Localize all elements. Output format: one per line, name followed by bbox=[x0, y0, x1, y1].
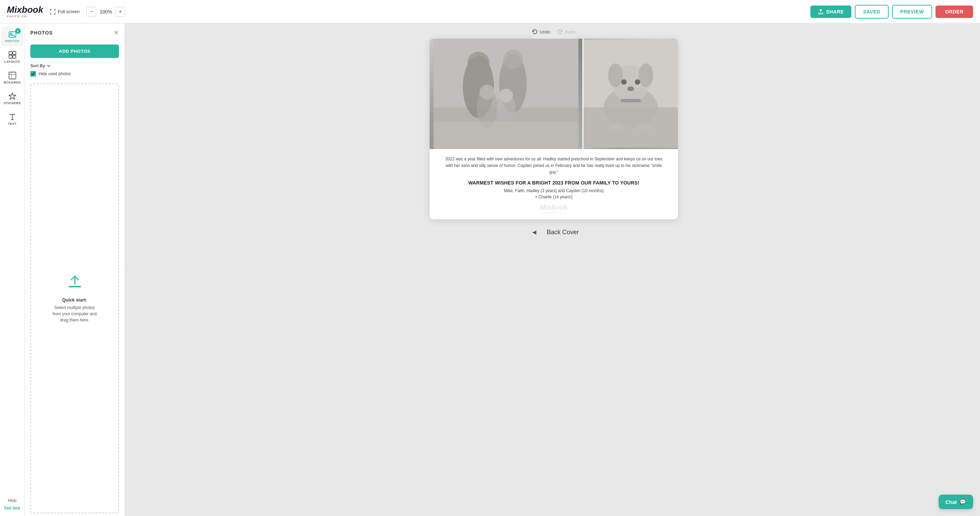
svg-rect-19 bbox=[433, 121, 578, 149]
sidebar-item-bckgrds[interactable]: BCKGRDS bbox=[2, 68, 24, 88]
svg-point-16 bbox=[479, 84, 495, 100]
panel-close-button[interactable]: ✕ bbox=[114, 29, 119, 37]
panel-title: PHOTOS bbox=[30, 30, 53, 35]
preview-button[interactable]: PREVIEW bbox=[892, 5, 932, 19]
upload-area[interactable]: Quick start: Select multiple photosfrom … bbox=[30, 83, 119, 513]
header-right: SHARE SAVED PREVIEW ORDER bbox=[810, 5, 973, 19]
chat-icon: 💬 bbox=[960, 499, 966, 505]
svg-point-30 bbox=[609, 123, 625, 132]
logo-subtitle: PHOTO CO. bbox=[7, 15, 43, 18]
zoom-decrease-button[interactable]: − bbox=[87, 7, 96, 17]
card-logo-sub: PHOTO CO. bbox=[444, 212, 664, 214]
hide-used-checkbox[interactable] bbox=[30, 71, 36, 76]
card-names: Mike, Faith, Hadley (3 years) and Cayden… bbox=[444, 188, 664, 193]
svg-point-18 bbox=[499, 89, 513, 102]
svg-point-26 bbox=[621, 79, 627, 85]
hide-used-row: Hide used photos bbox=[25, 71, 124, 81]
upload-description: Select multiple photosfrom your computer… bbox=[53, 304, 97, 323]
prev-page-button[interactable]: ◄ bbox=[529, 226, 540, 238]
upload-icon bbox=[67, 274, 83, 293]
svg-rect-5 bbox=[13, 55, 16, 58]
zoom-value: 100% bbox=[99, 9, 113, 14]
canvas-toolbar: Undo Redo bbox=[532, 24, 576, 39]
card-headline: WARMEST WISHES FOR A BRIGHT 2023 FROM OU… bbox=[444, 180, 664, 186]
add-photos-button[interactable]: ADD PHOTOS bbox=[30, 45, 119, 58]
photos-badge: 2 bbox=[15, 28, 21, 34]
svg-marker-7 bbox=[9, 93, 16, 99]
svg-rect-4 bbox=[9, 55, 12, 58]
greeting-card[interactable]: 2022 was a year filled with new adventur… bbox=[430, 39, 678, 219]
undo-icon bbox=[532, 29, 538, 35]
page-label: Back Cover bbox=[547, 229, 579, 236]
photos-label: PHOTOS bbox=[5, 39, 19, 43]
panel-header: PHOTOS ✕ bbox=[25, 24, 124, 40]
saved-button[interactable]: SAVED bbox=[855, 5, 889, 19]
svg-rect-6 bbox=[9, 72, 16, 79]
svg-point-28 bbox=[627, 86, 634, 91]
dog-photo bbox=[584, 39, 678, 149]
canvas-area: Undo Redo bbox=[127, 24, 980, 516]
svg-point-27 bbox=[635, 79, 640, 85]
card-text: 2022 was a year filled with new adventur… bbox=[430, 149, 678, 219]
redo-icon bbox=[557, 29, 563, 35]
stickers-icon bbox=[9, 92, 16, 100]
bckgrds-label: BCKGRDS bbox=[4, 81, 21, 84]
header: Mixbook PHOTO CO. Full screen − 100% + S… bbox=[0, 0, 980, 24]
upload-title: Quick start: bbox=[62, 297, 87, 303]
bckgrds-icon bbox=[9, 72, 16, 79]
sort-row: Sort By bbox=[25, 62, 124, 71]
logo: Mixbook PHOTO CO. bbox=[7, 5, 43, 18]
sidebar-item-layouts[interactable]: LAYOUTS bbox=[2, 48, 24, 67]
layouts-icon bbox=[9, 51, 16, 59]
svg-rect-8 bbox=[68, 286, 81, 287]
share-icon bbox=[818, 9, 823, 14]
undo-label: Undo bbox=[540, 29, 550, 35]
icon-nav: 2 PHOTOS LAYOUTS BCKGRDS bbox=[0, 24, 25, 516]
chevron-down-icon bbox=[46, 64, 51, 68]
svg-point-12 bbox=[467, 52, 489, 74]
photos-panel: PHOTOS ✕ ADD PHOTOS Sort By Hide used ph… bbox=[25, 24, 125, 516]
card-photos bbox=[430, 39, 678, 149]
fullscreen-label: Full screen bbox=[57, 9, 80, 14]
svg-rect-3 bbox=[13, 51, 16, 54]
zoom-increase-button[interactable]: + bbox=[116, 7, 125, 17]
tour-link[interactable]: See tour bbox=[4, 506, 20, 510]
nav-bottom: Help See tour bbox=[4, 498, 20, 516]
share-button[interactable]: SHARE bbox=[810, 6, 852, 18]
svg-point-14 bbox=[503, 50, 522, 69]
fullscreen-icon bbox=[50, 9, 56, 14]
card-photo-right bbox=[582, 39, 678, 149]
layouts-label: LAYOUTS bbox=[5, 60, 20, 64]
page-nav: ◄ Back Cover bbox=[529, 226, 579, 245]
header-left: Mixbook PHOTO CO. Full screen − 100% + bbox=[7, 5, 125, 18]
hide-used-label[interactable]: Hide used photos bbox=[39, 72, 71, 76]
help-link[interactable]: Help bbox=[8, 498, 17, 503]
svg-point-25 bbox=[638, 64, 653, 87]
svg-point-31 bbox=[636, 123, 653, 132]
sidebar-item-stickers[interactable]: STICKERS bbox=[2, 89, 24, 108]
card-charlie: + Charlie (14 years!) bbox=[444, 194, 664, 199]
sidebar-item-photos[interactable]: 2 PHOTOS bbox=[2, 27, 24, 46]
logo-name: Mixbook bbox=[7, 5, 43, 14]
share-label: SHARE bbox=[826, 9, 844, 14]
svg-rect-29 bbox=[621, 99, 641, 102]
text-icon bbox=[9, 113, 16, 121]
chat-label: Chat bbox=[945, 499, 957, 505]
family-photo bbox=[430, 39, 582, 149]
chat-button[interactable]: Chat 💬 bbox=[939, 495, 973, 509]
redo-label: Redo bbox=[565, 29, 576, 35]
fullscreen-button[interactable]: Full screen bbox=[50, 9, 80, 14]
undo-button[interactable]: Undo bbox=[532, 29, 550, 35]
sort-by-button[interactable]: Sort By bbox=[30, 64, 51, 68]
text-label: TEXT bbox=[8, 122, 17, 126]
card-logo-wrapper: Mixbook PHOTO CO. bbox=[444, 204, 664, 214]
redo-button[interactable]: Redo bbox=[557, 29, 576, 35]
sidebar-item-text[interactable]: TEXT bbox=[2, 110, 24, 129]
svg-rect-2 bbox=[9, 51, 12, 54]
card-photo-left bbox=[430, 39, 582, 149]
panel-divider[interactable]: ⋮ bbox=[125, 24, 127, 516]
order-button[interactable]: ORDER bbox=[935, 6, 973, 18]
card-logo: Mixbook bbox=[444, 204, 664, 212]
zoom-controls: − 100% + bbox=[87, 7, 125, 17]
main-layout: 2 PHOTOS LAYOUTS BCKGRDS bbox=[0, 24, 980, 516]
